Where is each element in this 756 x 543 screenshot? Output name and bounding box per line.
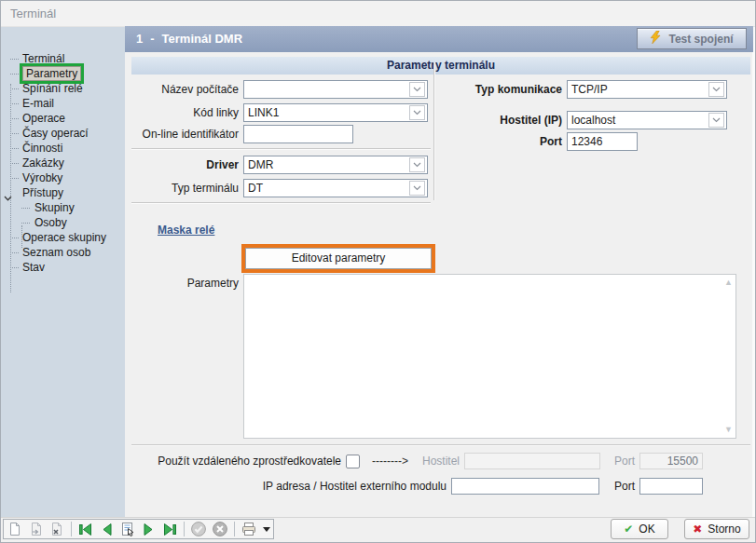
communication-type-label: Typ komunikace (437, 80, 562, 99)
toolbar-separator (71, 522, 72, 536)
external-module-port-label: Port (605, 477, 635, 495)
terminal-type-combo[interactable]: DT (243, 179, 428, 197)
sidebar-item-seznam-osob[interactable]: Seznam osob (1, 245, 125, 260)
external-module-label: IP adresa / Hostitel externího modulu (223, 477, 447, 495)
sidebar-item-operace-skupiny[interactable]: Operace skupiny (1, 230, 125, 245)
remote-host-input (464, 453, 600, 469)
sidebar-item-terminal[interactable]: Terminál (1, 51, 125, 66)
divider (131, 148, 431, 149)
chevron-down-icon[interactable] (708, 113, 724, 128)
sidebar-item-spinani-rele[interactable]: Spínání relé (1, 81, 125, 96)
section-header: Parametry terminálu (131, 57, 750, 75)
port-label: Port (437, 132, 562, 151)
toolbar-separator (184, 522, 185, 536)
scroll-down-icon[interactable]: ▼ (724, 426, 733, 434)
line-code-combo[interactable]: LINK1 (243, 103, 428, 122)
record-header: 1-Terminál DMR Test spojení (125, 26, 753, 52)
chevron-down-icon[interactable] (409, 82, 425, 97)
window-titlebar: Terminál (1, 1, 755, 27)
chevron-down-icon[interactable] (409, 105, 425, 120)
sidebar-item-parametry[interactable]: Parametry (1, 66, 125, 81)
port-input[interactable] (567, 132, 638, 151)
scroll-up-icon[interactable]: ▲ (724, 278, 733, 287)
external-module-ip-input[interactable] (451, 478, 599, 495)
test-connection-button[interactable]: Test spojení (637, 28, 747, 49)
computer-name-combo[interactable] (243, 80, 428, 99)
storno-label: Storno (708, 523, 740, 536)
check-icon: ✔ (624, 523, 633, 536)
sidebar-item-operace[interactable]: Operace (1, 111, 125, 126)
driver-combo[interactable]: DMR (243, 156, 428, 174)
sidebar-item-skupiny[interactable]: Skupiny (1, 200, 125, 215)
sidebar-item-casy-operaci[interactable]: Časy operací (1, 126, 125, 141)
bottom-toolbar: ✔ OK ✖ Storno (1, 517, 755, 542)
edit-document-icon[interactable] (28, 521, 45, 537)
chevron-down-icon[interactable] (409, 157, 425, 172)
sidebar-item-cinnosti[interactable]: Činnosti (1, 141, 125, 156)
toolbar-panel (3, 519, 274, 539)
cancel-icon[interactable] (212, 521, 228, 537)
ok-label: OK (639, 523, 654, 536)
delete-document-icon[interactable] (48, 521, 65, 537)
cross-icon: ✖ (693, 523, 702, 536)
record-separator: - (150, 32, 154, 46)
apply-icon[interactable] (190, 521, 207, 537)
use-remote-broker-checkbox[interactable] (346, 455, 360, 468)
remote-port-label: Port (605, 452, 635, 470)
browse-records-icon[interactable] (119, 521, 136, 537)
sidebar-item-stav[interactable]: Stav (1, 260, 125, 275)
edit-parameters-button[interactable]: Editovat parametry (245, 248, 432, 269)
parameters-label: Parametry (130, 276, 239, 291)
online-identifier-label: On-line identifikátor (120, 125, 239, 143)
chevron-down-icon[interactable] (409, 181, 425, 196)
ok-button[interactable]: ✔ OK (611, 519, 668, 539)
parameters-area: ▲ ▼ (243, 274, 736, 439)
vertical-divider (433, 62, 434, 200)
sidebar-item-pristupy[interactable]: Přístupy (1, 185, 125, 200)
communication-type-combo[interactable]: TCP/IP (567, 80, 727, 99)
first-record-icon[interactable] (77, 521, 94, 537)
sidebar-item-zakazky[interactable]: Zakázky (1, 156, 125, 170)
sidebar-item-vyrobky[interactable]: Výrobky (1, 170, 125, 185)
new-document-icon[interactable] (7, 521, 23, 537)
record-name: Terminál DMR (162, 32, 242, 46)
toolbar-separator (234, 522, 235, 536)
print-menu-arrow-icon[interactable] (262, 521, 270, 537)
sidebar-item-osoby[interactable]: Osoby (1, 215, 125, 230)
host-ip-combo[interactable]: localhost (567, 111, 727, 129)
previous-record-icon[interactable] (99, 521, 116, 537)
divider (131, 202, 431, 203)
external-module-port-input[interactable] (639, 478, 703, 495)
sidebar-item-email[interactable]: E-mail (1, 96, 125, 111)
line-code-label: Kód linky (130, 103, 239, 122)
parameters-textarea[interactable] (244, 275, 735, 438)
nav-tree: Terminál Parametry Spínání relé E-mail O… (1, 27, 125, 275)
remote-host-label: Hostitel (409, 452, 460, 470)
chevron-down-icon[interactable] (708, 82, 724, 97)
last-record-icon[interactable] (162, 521, 179, 537)
record-number: 1 (136, 32, 143, 46)
right-gutter (752, 27, 755, 518)
window-title: Terminál (10, 1, 56, 26)
host-ip-label: Hostitel (IP) (437, 111, 562, 129)
print-icon[interactable] (241, 521, 257, 537)
terminal-type-label: Typ terminálu (130, 179, 239, 197)
computer-name-label: Název počítače (130, 80, 239, 99)
test-connection-label: Test spojení (668, 33, 733, 46)
lightning-icon (650, 31, 661, 47)
use-remote-broker-label: Použít vzdáleného zprostředkovatele (130, 452, 341, 470)
next-record-icon[interactable] (141, 521, 158, 537)
terminal-dialog-window: Terminál Terminál Parametry Spínání relé… (0, 0, 756, 543)
online-identifier-input[interactable] (243, 125, 353, 143)
remote-port-input (639, 453, 703, 469)
storno-button[interactable]: ✖ Storno (684, 519, 749, 539)
record-title: 1-Terminál DMR (136, 26, 242, 52)
driver-label: Driver (130, 156, 239, 174)
selected-item-annotation: Parametry (22, 66, 81, 81)
sidebar-nav: Terminál Parametry Spínání relé E-mail O… (1, 27, 125, 518)
relay-mask-link[interactable]: Maska relé (158, 224, 214, 237)
divider (131, 444, 750, 445)
